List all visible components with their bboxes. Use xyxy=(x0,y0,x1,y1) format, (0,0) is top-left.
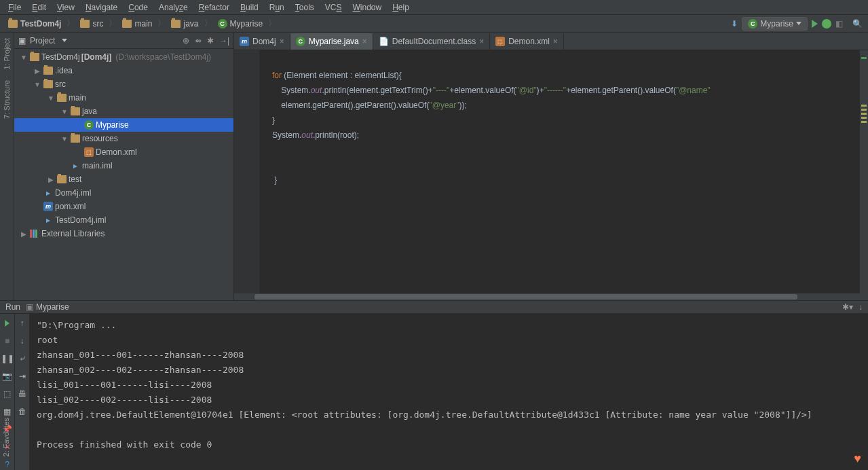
dump-button[interactable]: 📷 xyxy=(2,371,13,382)
folder-icon xyxy=(80,20,90,28)
clear-button[interactable]: 🗑 xyxy=(17,406,28,417)
tree-label: Myparise xyxy=(96,120,129,130)
marker-bar[interactable] xyxy=(860,50,868,293)
notification-heart-icon[interactable]: ♥ xyxy=(854,452,861,466)
tree-row[interactable]: ▼resources xyxy=(14,132,233,145)
menu-tools[interactable]: Tools xyxy=(290,1,320,14)
expand-arrow-icon[interactable]: ▼ xyxy=(60,135,69,143)
expand-arrow-icon[interactable]: ▶ xyxy=(47,176,55,183)
expand-arrow-icon[interactable]: ▼ xyxy=(20,54,28,61)
breadcrumb-item[interactable]: TestDom4j xyxy=(5,18,64,30)
expand-arrow-icon[interactable]: ▼ xyxy=(47,94,55,102)
file-icon: ▸ xyxy=(43,188,54,198)
run-config-select[interactable]: CMyparise xyxy=(742,17,808,31)
close-tab-icon[interactable]: × xyxy=(479,37,484,46)
run-tab-label[interactable]: Run xyxy=(5,302,20,312)
scroll-end-button[interactable]: ⇥ xyxy=(17,371,28,382)
menu-help[interactable]: Help xyxy=(387,1,415,14)
file-icon: ▸ xyxy=(70,161,81,170)
tree-label: main xyxy=(69,93,86,103)
run-config-label: Myparise xyxy=(760,19,793,29)
expand-arrow-icon[interactable]: ▶ xyxy=(33,67,41,75)
menu-window[interactable]: Window xyxy=(347,1,387,14)
menu-build[interactable]: Build xyxy=(235,1,264,14)
menu-navigate[interactable]: Navigate xyxy=(80,1,123,14)
settings-icon[interactable]: ✱ xyxy=(207,36,214,46)
run-button[interactable] xyxy=(812,20,818,28)
tree-label: .idea xyxy=(55,66,73,75)
menu-file[interactable]: FFileile xyxy=(3,1,26,14)
project-tree[interactable]: ▼TestDom4j [Dom4j](D:\workspace\TestDom4… xyxy=(14,49,233,300)
expand-arrow-icon[interactable]: ▼ xyxy=(33,81,41,88)
tree-row[interactable]: ▶.idea xyxy=(14,64,233,77)
make-icon[interactable]: ⬇ xyxy=(731,19,738,29)
down-button[interactable]: ↓ xyxy=(17,336,28,346)
menu-bar: FFileile Edit View Navigate Code Analyze… xyxy=(0,0,868,15)
structure-tool-button[interactable]: 7: Structure xyxy=(3,77,11,122)
editor-tab[interactable]: ⬚Demon.xml× xyxy=(490,33,564,50)
project-title[interactable]: Project xyxy=(30,36,55,46)
help-button[interactable]: ? xyxy=(2,459,13,470)
pin-icon[interactable]: ↓ xyxy=(858,302,863,312)
search-icon[interactable]: 🔍 xyxy=(852,19,863,29)
console-output[interactable]: "D:\Program ... root zhansan_001----001-… xyxy=(30,314,868,470)
breadcrumb-item[interactable]: CMyparise xyxy=(215,18,266,30)
settings-icon[interactable]: ✱▾ xyxy=(842,302,853,312)
expand-arrow-icon[interactable]: ▶ xyxy=(20,230,28,238)
code-editor[interactable]: for (Element element : elementList){ Sys… xyxy=(234,50,868,293)
collapse-all-icon[interactable]: ⇴ xyxy=(195,36,202,46)
menu-view[interactable]: View xyxy=(52,1,80,14)
project-tool-button[interactable]: 1: Project xyxy=(3,35,11,72)
breadcrumb-label: src xyxy=(92,19,103,29)
editor-area: mDom4j×CMyparise.java×📄DefaultDocument.c… xyxy=(234,33,868,300)
tree-row[interactable]: ▼TestDom4j [Dom4j](D:\workspace\TestDom4… xyxy=(14,50,233,64)
navigation-bar: TestDom4j〉 src〉 main〉 java〉 CMyparise〉 ⬇… xyxy=(0,15,868,33)
tree-row[interactable]: ▶External Libraries xyxy=(14,227,233,240)
tree-row[interactable]: ▸Dom4j.iml xyxy=(14,186,233,200)
pause-button[interactable]: ❚❚ xyxy=(2,353,13,364)
breadcrumb-item[interactable]: java xyxy=(168,18,201,30)
menu-vcs[interactable]: VCS xyxy=(320,1,347,14)
stop-button[interactable]: ■ xyxy=(2,336,13,346)
close-tab-icon[interactable]: × xyxy=(553,37,558,46)
favorites-tool-button[interactable]: 2: Favorites xyxy=(2,418,10,456)
close-tab-icon[interactable]: × xyxy=(280,37,284,46)
print-button[interactable]: 🖶 xyxy=(17,388,28,399)
tree-row[interactable]: CMyparise xyxy=(14,118,233,132)
project-panel: ▣Project ⊕ ⇴ ✱ →| ▼TestDom4j [Dom4j](D:\… xyxy=(14,33,234,300)
breadcrumb-item[interactable]: src xyxy=(77,18,106,30)
editor-tab[interactable]: CMyparise.java× xyxy=(290,33,373,50)
menu-refactor[interactable]: Refactor xyxy=(193,1,235,14)
close-tab-icon[interactable]: × xyxy=(362,37,367,46)
tree-row[interactable]: ▼src xyxy=(14,77,233,91)
menu-analyze[interactable]: Analyze xyxy=(153,1,193,14)
tree-row[interactable]: ▼main xyxy=(14,91,233,105)
tree-path: (D:\workspace\TestDom4j) xyxy=(115,52,211,62)
coverage-button[interactable]: ◧ xyxy=(835,19,843,29)
tree-label: TestDom4j.iml xyxy=(55,215,106,225)
tree-row[interactable]: ▼java xyxy=(14,105,233,118)
chevron-down-icon[interactable] xyxy=(62,39,67,42)
menu-run[interactable]: Run xyxy=(264,1,290,14)
exit-button[interactable]: ⬚ xyxy=(2,388,13,399)
class-icon: C xyxy=(218,19,227,29)
tree-row[interactable]: ⬚Demon.xml xyxy=(14,145,233,159)
tree-row[interactable]: ▶test xyxy=(14,173,233,186)
hide-icon[interactable]: →| xyxy=(219,36,229,46)
rerun-button[interactable] xyxy=(2,318,13,329)
debug-button[interactable] xyxy=(822,19,831,29)
tree-row[interactable]: ▸main.iml xyxy=(14,159,233,173)
wrap-button[interactable]: ⤶ xyxy=(17,353,28,364)
horizontal-scrollbar[interactable] xyxy=(234,293,868,300)
tree-row[interactable]: ▸TestDom4j.iml xyxy=(14,213,233,227)
layout-button[interactable]: ▦ xyxy=(2,406,13,417)
editor-tab[interactable]: mDom4j× xyxy=(234,33,290,50)
menu-edit[interactable]: Edit xyxy=(26,1,52,14)
menu-code[interactable]: Code xyxy=(123,1,153,14)
breadcrumb-item[interactable]: main xyxy=(119,18,155,30)
up-button[interactable]: ↑ xyxy=(17,318,28,329)
editor-tab[interactable]: 📄DefaultDocument.class× xyxy=(373,33,490,50)
scroll-from-source-icon[interactable]: ⊕ xyxy=(183,36,189,46)
expand-arrow-icon[interactable]: ▼ xyxy=(60,108,69,115)
tree-row[interactable]: mpom.xml xyxy=(14,200,233,213)
